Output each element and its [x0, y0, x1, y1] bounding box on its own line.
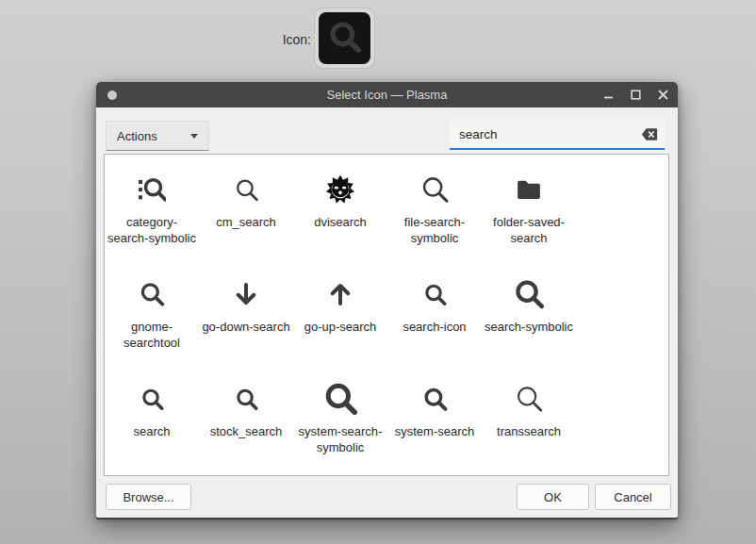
icon-grid-item-label: stock_search [210, 424, 283, 440]
magnifier-icon [138, 168, 166, 211]
folder-icon [515, 168, 543, 211]
dialog-footer: Browse... OK Cancel [96, 476, 678, 518]
icon-grid-item-label: cm_search [216, 215, 276, 231]
select-icon-dialog: Select Icon — Plasma Actions search [96, 82, 678, 518]
icon-grid-item[interactable]: gnome-searchtool [105, 265, 199, 370]
minimize-button[interactable] [601, 89, 615, 102]
icon-grid-item[interactable]: stock_search [199, 370, 293, 474]
magnifier-icon [234, 377, 259, 420]
icon-grid-item[interactable]: go-up-search [293, 265, 387, 370]
toolbar: Actions search [96, 107, 678, 154]
window-title: Select Icon — Plasma [96, 88, 678, 102]
icon-grid: category-search-symbolic cm_search dvise… [105, 155, 668, 474]
magnifier-icon [421, 377, 449, 420]
icon-grid-item[interactable]: search [105, 370, 199, 474]
cancel-button[interactable]: Cancel [595, 484, 671, 510]
app-icon [107, 91, 117, 100]
magnifier-icon [419, 168, 451, 211]
ok-button[interactable]: OK [517, 484, 589, 510]
icon-field-label: Icon: [241, 32, 311, 47]
magnifier-icon [138, 272, 166, 316]
titlebar[interactable]: Select Icon — Plasma [96, 82, 678, 107]
icon-grid-item[interactable]: cm_search [199, 160, 293, 265]
clear-search-icon[interactable] [641, 127, 658, 141]
arrow-up-icon [326, 272, 354, 316]
icon-grid-item-label: go-down-search [202, 320, 289, 336]
icon-grid-item[interactable]: file-search-symbolic [387, 160, 482, 265]
icon-preview-button[interactable] [314, 8, 375, 69]
icon-grid-item[interactable]: search-icon [387, 265, 482, 370]
icon-grid-item[interactable]: search-symbolic [482, 265, 576, 370]
window-controls [601, 82, 669, 107]
arrow-down-icon [232, 272, 260, 316]
search-icon [326, 18, 364, 59]
icon-grid-item-label: category-search-symbolic [107, 215, 197, 247]
chevron-down-icon [190, 134, 198, 139]
icon-grid-item-label: gnome-searchtool [107, 320, 197, 352]
magnifier-icon [233, 168, 260, 211]
icon-grid-item[interactable]: folder-saved-search [482, 160, 576, 265]
close-button[interactable] [656, 89, 669, 102]
icon-grid-item[interactable]: go-down-search [199, 265, 293, 370]
magnifier-icon [422, 272, 448, 316]
icon-preview-tile [319, 12, 370, 64]
context-dropdown-value: Actions [117, 129, 157, 143]
icon-grid-item[interactable]: dvisearch [293, 160, 387, 265]
search-input-value: search [459, 127, 641, 141]
icon-grid-item[interactable]: system-search-symbolic [293, 370, 387, 474]
icon-grid-item-label: file-search-symbolic [390, 215, 480, 247]
icon-grid-item[interactable]: transsearch [482, 370, 576, 474]
icon-grid-item-label: dvisearch [314, 215, 367, 231]
magnifier-icon [512, 272, 546, 316]
icon-grid-panel: category-search-symbolic cm_search dvise… [104, 154, 669, 476]
magnifier-icon [513, 377, 545, 420]
icon-grid-item-label: search-symbolic [485, 320, 573, 336]
icon-grid-item-label: search-icon [403, 320, 466, 336]
browse-button[interactable]: Browse... [106, 484, 191, 510]
lion-icon [325, 168, 355, 211]
icon-grid-item-label: go-up-search [304, 320, 377, 336]
search-input[interactable]: search [450, 120, 665, 150]
icon-grid-item-label: system-search [395, 424, 475, 440]
magnifier-icon [321, 377, 359, 420]
icon-grid-item[interactable]: system-search [387, 370, 482, 474]
icon-grid-item-label: transsearch [497, 424, 561, 440]
maximize-button[interactable] [629, 89, 642, 102]
icon-grid-item-label: folder-saved-search [485, 215, 574, 247]
magnifier-icon [140, 377, 165, 420]
context-dropdown[interactable]: Actions [106, 121, 209, 151]
icon-grid-item-label: system-search-symbolic [296, 424, 386, 456]
icon-grid-item-label: search [133, 424, 170, 440]
icon-grid-item[interactable]: category-search-symbolic [105, 160, 199, 265]
